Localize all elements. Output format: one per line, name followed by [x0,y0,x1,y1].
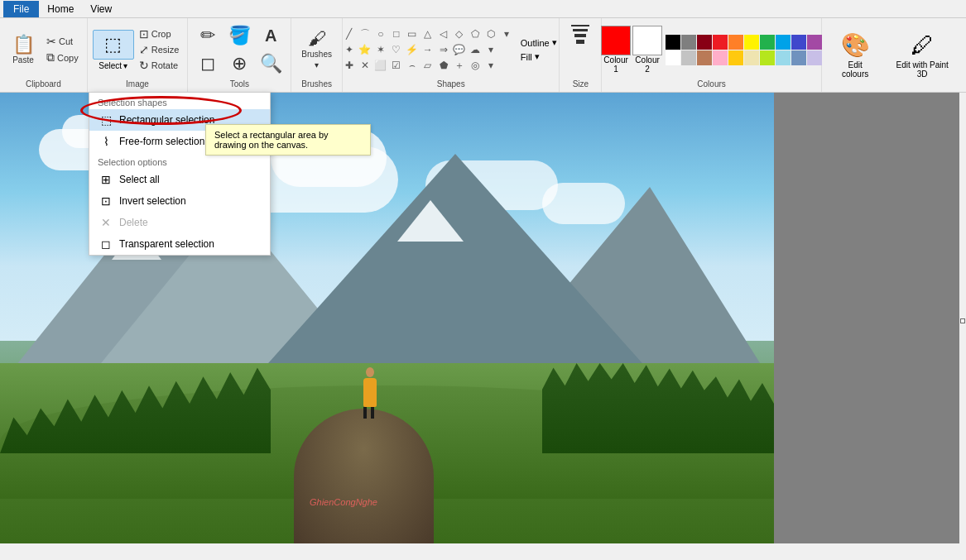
color-cell-1-6[interactable] [760,50,775,65]
shape-ring[interactable]: ◎ [468,58,483,73]
shape-roundrect[interactable]: ▭ [405,26,420,41]
person-leg2 [371,407,374,419]
shape-diamond[interactable]: ◇ [452,26,467,41]
color-picker-icon: ⊕ [232,55,247,73]
shapes-label: Shapes [437,78,465,89]
menu-bar: File Home View [0,0,966,18]
select-dropdown-menu: Selection shapes ⬚ Rectangular selection… [89,92,271,256]
shape-cloud[interactable]: ☁ [468,42,483,57]
pencil-button[interactable]: ✏ [193,25,223,46]
color-cell-1-1[interactable] [681,50,696,65]
outline-chevron-icon: ▾ [552,37,557,48]
cut-button[interactable]: ✂ Cut [43,34,82,49]
shape-parallelogram[interactable]: ▱ [421,58,435,73]
shapes-grid: ╱ ⌒ ○ □ ▭ △ ◁ ◇ ⬠ ⬡ ▾ ✦ ⭐ ✶ ♡ ⚡ [342,26,514,73]
shape-heart[interactable]: ♡ [389,42,404,57]
color-cell-0-5[interactable] [744,35,759,50]
shape-arrow2[interactable]: ⇒ [436,42,451,57]
color-cell-1-8[interactable] [791,50,806,65]
cut-icon: ✂ [46,35,56,48]
size-button[interactable] [565,22,596,47]
color-cell-1-0[interactable] [666,50,680,65]
color-cell-0-3[interactable] [713,35,728,50]
shapes-row-3: ✚ ✕ ⬜ ☑ ⌢ ▱ ⬟ ＋ ◎ ▾ [342,58,514,73]
color-cell-0-2[interactable] [697,35,712,50]
shape-more3[interactable]: ▾ [483,58,498,73]
color-picker-button[interactable]: ⊕ [224,53,254,74]
color-cell-0-0[interactable] [666,35,680,50]
shape-arrow[interactable]: → [421,42,435,57]
shapes-row-2: ✦ ⭐ ✶ ♡ ⚡ → ⇒ 💬 ☁ ▾ [342,42,514,57]
shape-star5[interactable]: ⭐ [358,42,372,57]
resize-handle-dot[interactable] [960,318,965,323]
copy-button[interactable]: ⧉ Copy [43,50,82,65]
shape-plus[interactable]: ＋ [452,58,467,73]
shape-lightning[interactable]: ⚡ [405,42,420,57]
shape-more[interactable]: ▾ [499,26,514,41]
shape-triangle[interactable]: △ [421,26,435,41]
color-cell-1-7[interactable] [776,50,791,65]
color-cell-0-7[interactable] [776,35,791,50]
shape-quad[interactable]: ⬟ [436,58,451,73]
shape-x[interactable]: ✕ [358,58,372,73]
rotate-button[interactable]: ↻ Rotate [136,58,183,73]
color-cell-0-9[interactable] [807,35,822,50]
mountain-main [248,154,662,385]
person-leg1 [363,407,367,419]
tools-group: ✏ 🪣 A ◻ ⊕ 🔍 Tools [188,18,291,92]
menu-file[interactable]: File [3,1,39,17]
color-cell-0-6[interactable] [760,35,775,50]
brushes-button[interactable]: 🖌 Brushes ▾ [296,26,337,73]
shape-arc[interactable]: ⌢ [405,58,420,73]
crop-resize-rotate: ⊡ Crop ⤢ Resize ↻ Rotate [136,26,183,73]
shape-frame[interactable]: ⬜ [373,58,388,73]
size-line-1 [571,25,589,26]
color-cell-1-5[interactable] [744,50,759,65]
shape-star6[interactable]: ✶ [373,42,388,57]
magnifier-button[interactable]: 🔍 [256,53,286,74]
eraser-button[interactable]: ◻ [193,53,223,74]
color-cell-1-9[interactable] [807,50,822,65]
clipboard-buttons: 📋 Paste ✂ Cut ⧉ Copy [5,22,82,78]
colours-label: Colours [697,78,725,89]
shape-callout[interactable]: 💬 [452,42,467,57]
shape-pentagon[interactable]: ⬠ [468,26,483,41]
paste-button[interactable]: 📋 Paste [5,32,41,68]
color-cell-1-3[interactable] [713,50,728,65]
color-cell-1-2[interactable] [697,50,712,65]
text-button[interactable]: A [256,26,286,45]
select-button[interactable]: ⬚ Select ▾ [93,30,134,70]
shape-rtriangle[interactable]: ◁ [436,26,451,41]
menu-view[interactable]: View [82,2,120,17]
crop-button[interactable]: ⊡ Crop [136,26,183,41]
edit-colours-button[interactable]: 🎨 Edit colours [830,28,881,82]
color-cell-0-4[interactable] [728,35,743,50]
edit-paint3d-button[interactable]: 🖊 Edit with Paint 3D [887,28,958,82]
invert-selection-item[interactable]: ⊡ Invert selection [89,190,270,212]
shape-rect[interactable]: □ [389,26,404,41]
shape-curve[interactable]: ⌒ [358,26,372,41]
menu-home[interactable]: Home [39,2,82,17]
size-lines [571,25,589,44]
transparent-selection-item[interactable]: ◻ Transparent selection [89,233,270,255]
shape-line[interactable]: ╱ [342,26,357,41]
fill-button[interactable]: Fill ▾ [517,50,560,63]
brushes-label: Brushes [301,78,332,89]
color-cell-1-4[interactable] [728,50,743,65]
fill-tool-button[interactable]: 🪣 [224,25,254,46]
shape-cross[interactable]: ✚ [342,58,357,73]
canvas-resize-handle-right[interactable] [959,93,966,543]
shape-hexagon[interactable]: ⬡ [483,26,498,41]
select-all-item[interactable]: ⊞ Select all [89,169,270,190]
color-cell-0-1[interactable] [681,35,696,50]
shape-check[interactable]: ☑ [389,58,404,73]
outline-button[interactable]: Outline ▾ [517,36,560,49]
shape-oval[interactable]: ○ [373,26,388,41]
shape-star4[interactable]: ✦ [342,42,357,57]
select-dropdown-arrow[interactable]: Select ▾ [99,61,127,70]
colour2-swatch[interactable] [632,26,662,55]
colour1-swatch[interactable] [601,26,631,55]
shape-more2[interactable]: ▾ [483,42,498,57]
color-cell-0-8[interactable] [791,35,806,50]
resize-button[interactable]: ⤢ Resize [136,42,183,57]
